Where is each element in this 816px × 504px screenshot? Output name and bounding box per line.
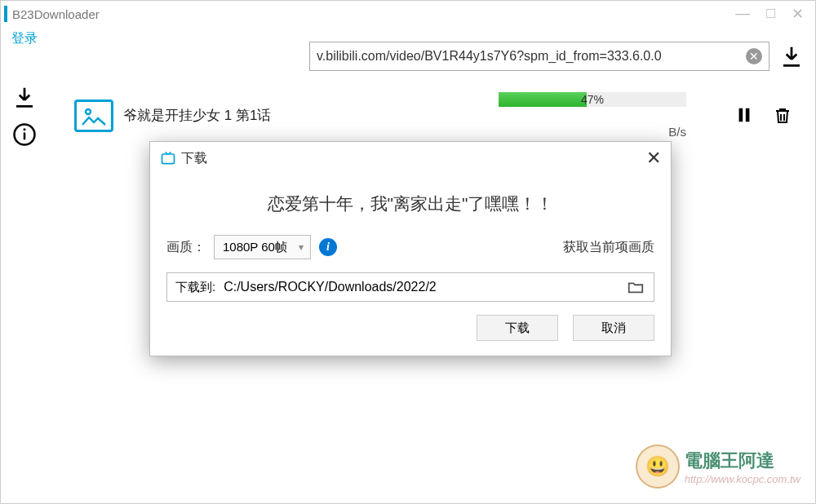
watermark-face-icon: 😃 xyxy=(636,444,680,489)
app-icon xyxy=(4,6,7,22)
clear-url-button[interactable]: ✕ xyxy=(746,48,762,64)
quality-label: 画质： xyxy=(166,239,206,256)
login-link[interactable]: 登录 xyxy=(11,30,38,47)
task-row: 爷就是开挂少女 1 第1话 47% B/s xyxy=(56,92,804,139)
thumbnail-placeholder-icon xyxy=(74,99,113,132)
watermark-title: 電腦王阿達 xyxy=(685,449,800,473)
info-tab-icon[interactable] xyxy=(12,122,37,147)
pause-button[interactable] xyxy=(735,106,753,126)
info-icon[interactable]: i xyxy=(319,238,337,256)
browse-folder-button[interactable] xyxy=(626,278,645,296)
url-text: v.bilibili.com/video/BV1R44y1s7Y6?spm_id… xyxy=(317,49,746,64)
dialog-cancel-button[interactable]: 取消 xyxy=(573,315,654,341)
url-input[interactable]: v.bilibili.com/video/BV1R44y1s7Y6?spm_id… xyxy=(309,42,769,71)
download-dialog: 下载 ✕ 恋爱第十年，我"离家出走"了嘿嘿！！ 画质： 1080P 60帧 ▾ … xyxy=(149,141,672,356)
delete-button[interactable] xyxy=(773,106,792,126)
get-current-quality-button[interactable]: 获取当前项画质 xyxy=(563,239,654,256)
start-download-button[interactable] xyxy=(779,44,804,69)
dialog-heading: 恋爱第十年，我"离家出走"了嘿嘿！！ xyxy=(166,192,654,215)
window-minimize-button[interactable]: — xyxy=(735,5,750,23)
task-title: 爷就是开挂少女 1 第1话 xyxy=(123,106,271,125)
progress-bar: 47% xyxy=(499,92,686,107)
download-path-row: 下载到: C:/Users/ROCKY/Downloads/2022/2 xyxy=(166,272,654,302)
speed-label: B/s xyxy=(668,125,686,139)
path-label: 下载到: xyxy=(175,280,215,295)
progress-label: 47% xyxy=(499,92,686,107)
dialog-download-button[interactable]: 下载 xyxy=(477,315,558,341)
app-title: B23Downloader xyxy=(12,7,735,21)
watermark-url: http://www.kocpc.com.tw xyxy=(685,473,800,485)
watermark: 😃 電腦王阿達 http://www.kocpc.com.tw xyxy=(636,444,800,489)
main-window: B23Downloader — □ ✕ 登录 xyxy=(0,0,816,504)
svg-point-2 xyxy=(24,128,26,130)
window-maximize-button[interactable]: □ xyxy=(766,5,775,23)
titlebar: B23Downloader — □ ✕ xyxy=(1,1,815,27)
download-tab-icon[interactable] xyxy=(12,85,37,109)
window-close-button[interactable]: ✕ xyxy=(792,5,804,23)
chevron-down-icon: ▾ xyxy=(299,241,304,253)
dialog-title: 下载 xyxy=(181,150,646,167)
dialog-close-button[interactable]: ✕ xyxy=(646,148,661,169)
quality-select[interactable]: 1080P 60帧 ▾ xyxy=(214,235,311,259)
path-value: C:/Users/ROCKY/Downloads/2022/2 xyxy=(224,280,618,294)
quality-value: 1080P 60帧 xyxy=(223,240,287,255)
svg-rect-5 xyxy=(746,108,750,122)
svg-rect-4 xyxy=(739,108,743,122)
svg-point-3 xyxy=(86,109,91,114)
dialog-app-icon xyxy=(160,150,176,166)
svg-rect-6 xyxy=(162,154,175,164)
